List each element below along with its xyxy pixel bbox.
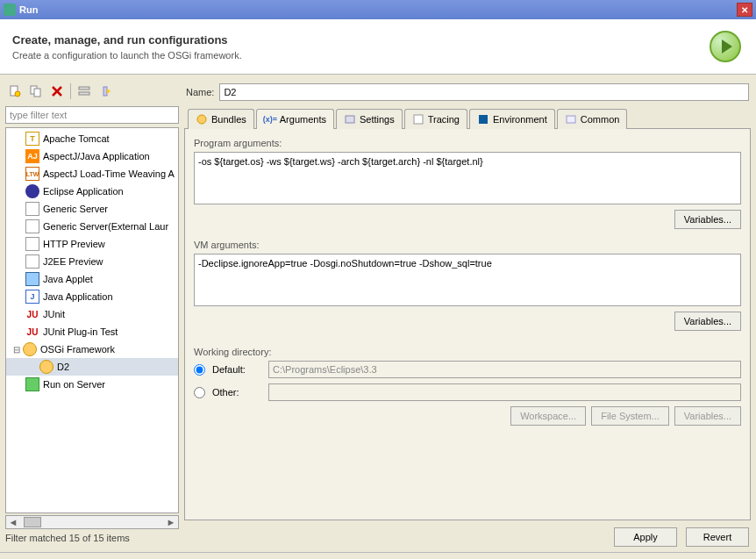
tab-tracing[interactable]: Tracing bbox=[404, 109, 467, 129]
tab-settings[interactable]: Settings bbox=[336, 109, 403, 129]
vm-variables-button[interactable]: Variables... bbox=[674, 312, 741, 331]
tree-item: LTWAspectJ Load-Time Weaving A bbox=[6, 165, 178, 183]
run-icon bbox=[707, 28, 744, 65]
default-dir-input bbox=[268, 361, 741, 378]
tree-item: Eclipse Application bbox=[6, 183, 178, 200]
config-toolbar bbox=[5, 80, 179, 106]
dialog-header: Create, manage, and run configurations C… bbox=[0, 19, 756, 75]
svg-rect-10 bbox=[479, 115, 488, 124]
vm-args-textarea[interactable] bbox=[194, 254, 741, 306]
close-window-button[interactable]: ✕ bbox=[737, 3, 752, 17]
default-label: Default: bbox=[212, 364, 261, 375]
collapse-icon[interactable]: ⊟ bbox=[11, 344, 22, 355]
arguments-icon: (x)= bbox=[264, 113, 276, 125]
name-label: Name: bbox=[186, 87, 214, 97]
environment-icon bbox=[477, 113, 489, 125]
apply-button[interactable]: Apply bbox=[614, 527, 677, 547]
other-label: Other: bbox=[212, 387, 261, 398]
tracing-icon bbox=[412, 113, 424, 125]
tree-item-osgi[interactable]: ⊟OSGi Framework bbox=[6, 340, 178, 358]
name-input[interactable] bbox=[219, 83, 749, 101]
tree-item: Run on Server bbox=[6, 376, 178, 393]
new-config-button[interactable] bbox=[5, 82, 25, 101]
other-radio[interactable] bbox=[194, 387, 205, 398]
revert-button[interactable]: Revert bbox=[686, 527, 749, 547]
tab-arguments[interactable]: (x)=Arguments bbox=[256, 109, 334, 129]
tree-item-d2[interactable]: D2 bbox=[6, 358, 178, 376]
horizontal-scrollbar[interactable]: ◄► bbox=[5, 515, 179, 529]
filter-button[interactable] bbox=[96, 82, 115, 101]
tree-item: Java Applet bbox=[6, 270, 178, 288]
tree-item: Generic Server bbox=[6, 200, 178, 218]
tree-item: JUJUnit Plug-in Test bbox=[6, 323, 178, 340]
default-radio[interactable] bbox=[194, 364, 205, 376]
wd-variables-button[interactable]: Variables... bbox=[674, 406, 741, 426]
common-icon bbox=[565, 113, 577, 125]
program-args-label: Program arguments: bbox=[194, 138, 741, 148]
vm-args-label: VM arguments: bbox=[194, 240, 741, 250]
svg-rect-5 bbox=[79, 92, 89, 95]
tab-common[interactable]: Common bbox=[557, 109, 628, 129]
window-title: Run bbox=[19, 4, 737, 15]
tab-environment[interactable]: Environment bbox=[469, 109, 555, 129]
filter-status: Filter matched 15 of 15 items bbox=[5, 529, 179, 547]
tree-item: TApache Tomcat bbox=[6, 130, 178, 147]
other-dir-input[interactable] bbox=[268, 383, 741, 401]
bundles-icon bbox=[196, 113, 208, 125]
titlebar: Run ✕ bbox=[0, 0, 756, 19]
collapse-all-button[interactable] bbox=[75, 82, 94, 101]
filter-input[interactable]: type filter text bbox=[5, 106, 179, 124]
svg-rect-8 bbox=[346, 116, 354, 123]
workspace-button[interactable]: Workspace... bbox=[510, 406, 586, 426]
svg-rect-3 bbox=[34, 89, 40, 97]
svg-rect-11 bbox=[567, 116, 575, 123]
svg-rect-4 bbox=[79, 87, 89, 90]
working-dir-label: Working directory: bbox=[194, 347, 741, 357]
tree-item: Generic Server(External Laur bbox=[6, 218, 178, 235]
program-variables-button[interactable]: Variables... bbox=[674, 210, 741, 229]
tree-item: HTTP Preview bbox=[6, 235, 178, 253]
duplicate-config-button[interactable] bbox=[26, 82, 46, 101]
program-args-textarea[interactable] bbox=[194, 152, 741, 204]
config-tree[interactable]: TApache Tomcat AJAspectJ/Java Applicatio… bbox=[5, 127, 179, 513]
tab-bundles[interactable]: Bundles bbox=[188, 109, 254, 129]
tree-item: J2EE Preview bbox=[6, 253, 178, 270]
header-title: Create, manage, and run configurations bbox=[12, 33, 707, 47]
tree-item: JJava Application bbox=[6, 288, 178, 305]
tab-bar: Bundles (x)=Arguments Settings Tracing E… bbox=[188, 108, 751, 128]
settings-icon bbox=[344, 113, 356, 125]
svg-rect-6 bbox=[103, 87, 107, 96]
header-subtitle: Create a configuration to launch the OSG… bbox=[12, 50, 707, 61]
filesystem-button[interactable]: File System... bbox=[591, 406, 669, 426]
app-icon bbox=[4, 4, 16, 16]
svg-rect-9 bbox=[414, 115, 423, 124]
tree-item: AJAspectJ/Java Application bbox=[6, 147, 178, 165]
tree-item: JUJUnit bbox=[6, 305, 178, 323]
svg-point-1 bbox=[15, 91, 20, 97]
svg-point-7 bbox=[197, 115, 206, 124]
delete-config-button[interactable] bbox=[47, 82, 67, 101]
